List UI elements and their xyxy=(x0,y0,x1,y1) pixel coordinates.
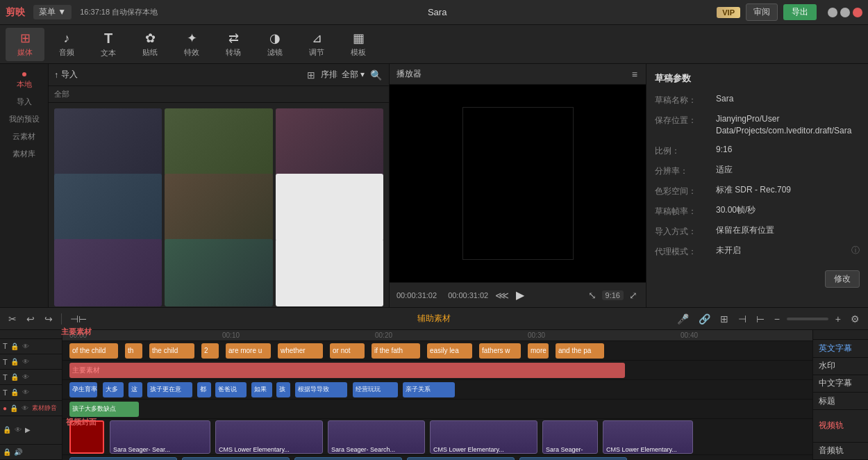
redo-button[interactable]: ↪ xyxy=(42,312,56,326)
clip-zh-1[interactable]: 孕生育率 xyxy=(69,382,97,397)
split3-button[interactable]: ⊢ xyxy=(753,312,767,326)
lock-icon-3[interactable]: 🔒 xyxy=(10,373,19,381)
main-material-clip[interactable]: 主要素材 xyxy=(69,363,625,378)
mic-button[interactable]: 🎤 xyxy=(674,312,692,326)
tool-filter[interactable]: ◑ 滤镜 xyxy=(256,28,294,61)
media-thumb-2[interactable] xyxy=(165,108,272,176)
zoom-out-button[interactable]: − xyxy=(771,312,783,326)
clip-if-the-fath[interactable]: if the fath xyxy=(372,343,420,359)
video-clip-1[interactable]: Sara Seager- Sear... xyxy=(110,420,210,454)
clip-zh-4[interactable]: 孩子更在意 xyxy=(147,382,192,397)
media-thumb-9[interactable] xyxy=(276,239,383,306)
split-track-button[interactable]: ⊣⊢ xyxy=(67,312,90,326)
clip-and-the-pa[interactable]: and the pa xyxy=(556,343,604,359)
lock-icon-v[interactable]: 🔒 xyxy=(3,426,11,434)
sidebar-item-library[interactable]: 素材库 xyxy=(0,146,48,162)
media-thumb-8[interactable] xyxy=(165,239,272,306)
review-button[interactable]: 审阅 xyxy=(746,3,778,21)
media-thumb-3[interactable] xyxy=(276,108,383,176)
search-button[interactable]: 🔍 xyxy=(369,68,383,82)
preview-menu-button[interactable]: ≡ xyxy=(631,67,639,81)
clip-title-1[interactable]: 孩子大多数缺点 xyxy=(69,402,139,417)
clip-zh-2[interactable]: 大多 xyxy=(103,382,124,397)
clip-whether[interactable]: whether xyxy=(278,343,323,359)
sidebar-item-cloud[interactable]: 云素材 xyxy=(0,129,48,145)
clip-of-the-child[interactable]: of the child xyxy=(69,343,118,359)
tool-media[interactable]: ⊞ 媒体 xyxy=(6,28,44,61)
clip-2[interactable]: 2 xyxy=(201,343,219,359)
clip-the-child[interactable]: the child xyxy=(149,343,194,359)
split2-button[interactable]: ⊣ xyxy=(735,312,749,326)
export-button[interactable]: 导出 xyxy=(783,4,817,20)
lock-icon-4[interactable]: 🔒 xyxy=(10,388,19,397)
tool-template[interactable]: ▦ 模板 xyxy=(339,28,378,61)
audio-clip-5[interactable]: 提取音乐20221101-88 xyxy=(519,457,627,461)
grid-view-button[interactable]: ⊞ xyxy=(306,68,317,82)
lock-icon-1[interactable]: 🔒 xyxy=(10,342,19,350)
clip-zh-8[interactable]: 孩 xyxy=(276,382,290,397)
eye-icon-1[interactable]: 👁 xyxy=(22,342,30,350)
clip-or-not[interactable]: or not xyxy=(330,343,365,359)
clip-are-more-u[interactable]: are more u xyxy=(226,343,271,359)
video-clip-6[interactable]: CMS Lower Elementary... xyxy=(603,420,693,454)
eye-icon-v[interactable]: 👁 xyxy=(14,426,22,434)
clip-zh-5[interactable]: 都 xyxy=(197,382,211,397)
audio-clip-3[interactable]: 提取音乐20221101-88 xyxy=(294,457,402,461)
play-button[interactable]: ▶ xyxy=(516,288,524,302)
clip-zh-9[interactable]: 根据导导致 xyxy=(295,382,347,397)
clip-th[interactable]: th xyxy=(125,343,142,359)
clip-fathers-w[interactable]: fathers w xyxy=(479,343,521,359)
close-button[interactable] xyxy=(853,8,862,17)
frame-step-back-button[interactable]: ⋘ xyxy=(494,288,510,302)
clip-zh-10[interactable]: 经营玩玩 xyxy=(353,382,398,397)
tool-audio[interactable]: ♪ 音频 xyxy=(47,28,86,61)
media-thumb-6[interactable] xyxy=(276,174,383,241)
video-cover-clip[interactable] xyxy=(69,420,104,454)
minimize-button[interactable] xyxy=(828,8,837,17)
import-button[interactable]: ↑ 导入 xyxy=(54,69,78,81)
audio-clip-2[interactable]: 提取音乐20221101-88 xyxy=(182,457,290,461)
sidebar-item-import[interactable]: 导入 xyxy=(0,94,48,110)
maximize-button[interactable] xyxy=(840,8,850,17)
sidebar-item-presets[interactable]: 我的预设 xyxy=(0,111,48,127)
clip-zh-6[interactable]: 爸爸说 xyxy=(215,382,247,397)
lock-icon-2[interactable]: 🔒 xyxy=(10,358,19,366)
tool-transition[interactable]: ⇄ 转场 xyxy=(214,28,253,61)
eye-icon-4[interactable]: 👁 xyxy=(22,388,30,397)
undo-button[interactable]: ↩ xyxy=(24,312,37,326)
media-thumb-4[interactable] xyxy=(54,174,162,241)
media-thumb-7[interactable] xyxy=(54,239,162,306)
lock-icon-a[interactable]: 🔒 xyxy=(3,447,11,456)
video-clip-3[interactable]: Sara Seager- Search... xyxy=(328,420,425,454)
media-thumb-1[interactable] xyxy=(54,108,162,176)
video-clip-2[interactable]: CMS Lower Elementary... xyxy=(215,420,323,454)
video-clip-5[interactable]: Sara Seager- xyxy=(542,420,598,454)
fullscreen-button[interactable]: ⤡ xyxy=(587,288,598,302)
clip-zh-3[interactable]: 这 xyxy=(128,382,142,397)
lock-icon-5[interactable]: 🔒 xyxy=(10,404,18,412)
zoom-in-button[interactable]: + xyxy=(833,312,844,326)
sidebar-item-local[interactable]: 本地 xyxy=(0,69,48,92)
link-button[interactable]: 🔗 xyxy=(696,312,713,326)
edit-button[interactable]: 修改 xyxy=(825,270,860,288)
clip-zh-11[interactable]: 亲子关系 xyxy=(403,382,455,397)
expand-button[interactable]: ⤢ xyxy=(628,288,639,302)
media-thumb-5[interactable] xyxy=(165,174,272,241)
split-button[interactable]: ✂ xyxy=(6,312,19,326)
tool-effect[interactable]: ✦ 特效 xyxy=(172,28,211,61)
eye-icon-2[interactable]: 👁 xyxy=(22,358,30,366)
clip-more[interactable]: more xyxy=(528,343,549,359)
zoom-slider[interactable] xyxy=(787,318,828,320)
eye-icon-3[interactable]: 👁 xyxy=(22,373,30,381)
all-tab[interactable]: 全部 xyxy=(49,86,389,103)
settings-button[interactable]: ⚙ xyxy=(848,312,862,326)
audio-clip-1[interactable]: 提取音乐20221101-88 xyxy=(69,457,177,461)
video-clip-4[interactable]: CMS Lower Elementary... xyxy=(430,420,537,454)
audio-clip-4[interactable]: 提取音乐20221101-88 xyxy=(407,457,515,461)
grid-button[interactable]: ⊞ xyxy=(717,312,731,326)
tool-adjust[interactable]: ⊿ 调节 xyxy=(297,28,336,61)
menu-button[interactable]: 菜单 ▼ xyxy=(33,5,72,19)
tool-text[interactable]: T 文本 xyxy=(89,28,128,61)
tool-sticker[interactable]: ✿ 贴纸 xyxy=(131,28,169,61)
eye-icon-5[interactable]: 👁 xyxy=(21,404,29,412)
